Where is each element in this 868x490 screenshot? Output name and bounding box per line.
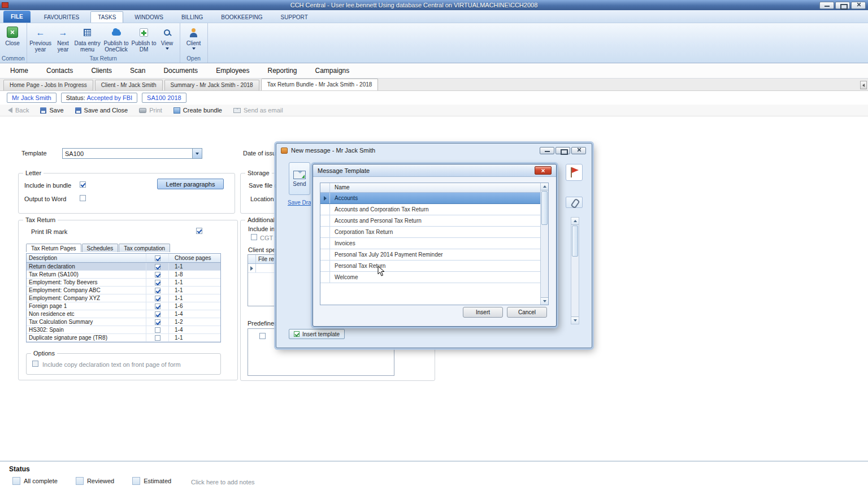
- create-bundle-button[interactable]: Create bundle: [173, 107, 222, 114]
- send-button[interactable]: Send: [289, 162, 310, 195]
- save-draft-link[interactable]: Save Dra: [288, 200, 311, 206]
- scroll-thumb[interactable]: [541, 191, 548, 225]
- nav-item[interactable]: Scan: [121, 67, 154, 75]
- publish-to-dm-button[interactable]: Publish to DM: [132, 24, 157, 53]
- status-checkbox[interactable]: [132, 477, 140, 485]
- row-checkbox[interactable]: [155, 311, 160, 317]
- ribbon-tab[interactable]: SUPPORT: [274, 12, 315, 23]
- table-row[interactable]: Employment: Toby Beevers 1-1: [27, 279, 220, 287]
- close-icon[interactable]: [535, 166, 552, 175]
- cancel-button[interactable]: Cancel: [507, 307, 547, 318]
- message-template-titlebar[interactable]: Message Template: [313, 164, 556, 177]
- flag-icon[interactable]: [566, 164, 583, 181]
- maximize-icon[interactable]: [555, 147, 570, 154]
- insert-button[interactable]: Insert: [463, 307, 503, 318]
- include-copy-declaration-checkbox[interactable]: [32, 361, 38, 367]
- scroll-thumb[interactable]: [572, 226, 578, 257]
- close-icon[interactable]: [571, 147, 586, 154]
- table-row[interactable]: HS302: Spain 1-4: [27, 326, 220, 334]
- output-to-word-checkbox[interactable]: [80, 195, 86, 201]
- status-checkbox[interactable]: [76, 477, 84, 485]
- save-button[interactable]: Save: [40, 107, 63, 114]
- scroll-up-icon[interactable]: [571, 218, 579, 225]
- ribbon-tab[interactable]: BILLING: [175, 12, 210, 23]
- client-button[interactable]: Client: [182, 24, 206, 50]
- nav-item[interactable]: Clients: [82, 67, 121, 75]
- message-scrollbar[interactable]: [571, 217, 579, 324]
- maximize-icon[interactable]: [835, 2, 850, 9]
- close-button[interactable]: Close: [2, 24, 23, 46]
- data-entry-menu-button[interactable]: Data entry menu: [74, 24, 101, 53]
- list-item[interactable]: Accounts and Corporation Tax Return: [320, 204, 540, 215]
- column-header-checkbox[interactable]: [146, 254, 169, 262]
- template-list-scrollbar[interactable]: [540, 183, 548, 305]
- template-select[interactable]: SA100: [62, 148, 202, 159]
- include-in-bundle-checkbox[interactable]: [80, 181, 86, 188]
- ribbon-tab[interactable]: TASKS: [90, 11, 123, 23]
- tab[interactable]: Schedules: [82, 244, 119, 252]
- ribbon-tab[interactable]: WINDOWS: [128, 12, 170, 23]
- row-checkbox[interactable]: [155, 280, 160, 285]
- new-message-titlebar[interactable]: New message - Mr Jack Smith: [276, 144, 592, 157]
- nav-item[interactable]: Reporting: [259, 67, 306, 75]
- tab-scroll-button[interactable]: [860, 81, 867, 89]
- table-row[interactable]: Foreign page 1 1-6: [27, 302, 220, 310]
- nav-item[interactable]: Campaigns: [306, 67, 359, 75]
- minimize-icon[interactable]: [819, 2, 834, 9]
- row-checkbox[interactable]: [155, 272, 160, 277]
- predefined-checkbox[interactable]: [259, 333, 266, 339]
- table-row[interactable]: Return declaration 1-1: [27, 263, 220, 271]
- nav-item[interactable]: Documents: [154, 67, 207, 75]
- row-checkbox[interactable]: [155, 264, 160, 270]
- status-checkbox[interactable]: [12, 477, 20, 485]
- name-column-header[interactable]: Name: [330, 183, 540, 192]
- row-checkbox[interactable]: [155, 296, 160, 301]
- document-tab[interactable]: Client - Mr Jack Smith: [95, 80, 163, 90]
- close-icon[interactable]: [851, 2, 866, 9]
- list-item[interactable]: Personal Tax July 2014 Payment Reminder: [320, 249, 540, 261]
- list-item[interactable]: Welcome: [320, 272, 540, 283]
- row-checkbox[interactable]: [155, 319, 160, 325]
- list-item[interactable]: Personal Tax Return: [320, 261, 540, 272]
- add-notes-link[interactable]: Click here to add notes: [191, 479, 255, 485]
- view-button[interactable]: View: [157, 24, 178, 50]
- table-row[interactable]: Employment: Company XYZ 1-1: [27, 294, 220, 302]
- scroll-track[interactable]: [571, 225, 579, 316]
- table-row[interactable]: Duplicate signature page (TR8) 1-1: [27, 334, 220, 342]
- save-and-close-button[interactable]: Save and Close: [75, 107, 128, 114]
- nav-item[interactable]: Employees: [207, 67, 258, 75]
- tab[interactable]: Tax computation: [119, 244, 170, 252]
- row-checkbox[interactable]: [155, 335, 160, 341]
- table-row[interactable]: Employment: Company ABC 1-1: [27, 287, 220, 294]
- select-all-checkbox[interactable]: [155, 255, 160, 261]
- tab[interactable]: Tax Return Pages: [26, 244, 81, 252]
- document-tab[interactable]: Summary - Mr Jack Smith - 2018: [164, 80, 259, 90]
- list-item[interactable]: Invoices: [320, 238, 540, 249]
- list-item[interactable]: Accounts: [320, 193, 540, 204]
- list-item[interactable]: Corporation Tax Return: [320, 227, 540, 238]
- scroll-up-icon[interactable]: [541, 183, 548, 190]
- insert-template-button[interactable]: Insert template: [289, 329, 345, 339]
- ribbon-tab[interactable]: BOOKKEEPING: [214, 12, 269, 23]
- letter-paragraphs-button[interactable]: Letter paragraphs: [157, 179, 224, 189]
- document-tab[interactable]: Home Page - Jobs In Progress: [3, 80, 93, 90]
- send-as-email-button[interactable]: Send as email: [233, 107, 283, 114]
- row-checkbox[interactable]: [155, 327, 160, 333]
- nav-item[interactable]: Contacts: [37, 67, 82, 75]
- back-button[interactable]: Back: [8, 107, 29, 114]
- cgt-checkbox[interactable]: [251, 234, 257, 240]
- column-header-choose-pages[interactable]: Choose pages: [169, 254, 220, 262]
- next-year-button[interactable]: → Next year: [53, 24, 74, 53]
- scroll-track[interactable]: [541, 190, 548, 297]
- scroll-down-icon[interactable]: [571, 316, 579, 324]
- row-checkbox[interactable]: [155, 288, 160, 293]
- document-tab[interactable]: Tax Return Bundle - Mr Jack Smith - 2018: [261, 79, 379, 90]
- dropdown-button[interactable]: [192, 149, 202, 158]
- print-ir-mark-checkbox[interactable]: [196, 228, 202, 234]
- publish-to-oneclick-button[interactable]: Publish to OneClick: [101, 24, 132, 53]
- table-row[interactable]: Tax Calculation Summary 1-2: [27, 318, 220, 326]
- nav-item[interactable]: Home: [1, 67, 37, 75]
- table-row[interactable]: Non residence etc 1-4: [27, 310, 220, 318]
- attachment-icon[interactable]: [566, 197, 583, 208]
- column-header-description[interactable]: Description: [27, 254, 146, 262]
